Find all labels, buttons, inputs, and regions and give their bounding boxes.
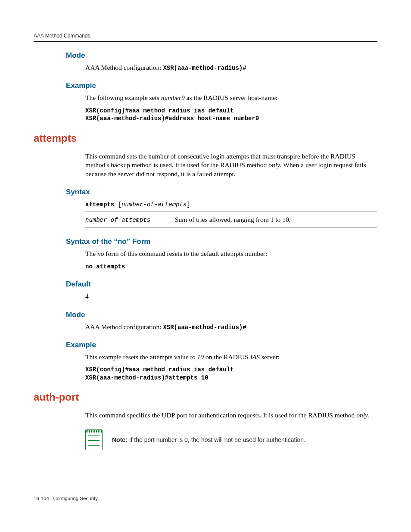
mode-prompt: XSR(aaa-method-radius)# <box>163 324 246 331</box>
attempts-desc: This command sets the number of consecut… <box>85 152 377 178</box>
page-number: 16-104 <box>34 496 49 501</box>
text-italic: IAS <box>250 353 260 361</box>
example-body-2: This example resets the attempts value t… <box>85 353 377 382</box>
mode-prompt: XSR(aaa-method-radius)# <box>163 65 246 72</box>
running-header: AAA Method Commands <box>34 33 377 41</box>
syntax-table: number-of-attempts Sum of tries allowed,… <box>85 212 377 228</box>
heading-attempts: attempts <box>34 132 377 144</box>
mode-text: AAA Method configuration: <box>85 64 163 71</box>
text: form of this command resets to the defau… <box>104 250 267 257</box>
text: server: <box>260 353 280 361</box>
code-line: XSR(aaa-method-radius)#address host-name… <box>85 115 377 122</box>
example-body: The following example sets number9 as th… <box>85 93 377 122</box>
heading-syntax: Syntax <box>66 188 377 196</box>
code-line: XSR(config)#aaa method radius ias defaul… <box>85 107 377 115</box>
heading-mode-2: Mode <box>66 311 377 319</box>
text: The following example sets <box>85 94 161 101</box>
heading-default: Default <box>66 280 377 289</box>
footer-section: Configuring Security <box>53 496 98 501</box>
mode-text: AAA Method configuration: <box>85 323 163 330</box>
param-desc: Sum of tries allowed, ranging from 1 to … <box>175 212 377 227</box>
syntax-param: number-of-attempts <box>121 201 187 208</box>
text: on the RADIUS <box>204 353 250 361</box>
heading-no-form: Syntax of the “no” Form <box>66 237 377 246</box>
text: . <box>368 411 370 419</box>
note-label: Note: <box>112 436 128 443</box>
text-italic: 10 <box>197 353 204 361</box>
heading-example: Example <box>66 81 377 90</box>
table-row: number-of-attempts Sum of tries allowed,… <box>85 212 377 227</box>
text-italic: only <box>268 161 280 168</box>
authport-desc: This command specifies the UDP port for … <box>85 411 377 420</box>
header-rule <box>34 41 377 42</box>
syntax-body: attempts [number-of-attempts] number-of-… <box>85 200 377 228</box>
code-line: XSR(aaa-method-radius)#attempts 10 <box>85 374 377 382</box>
code-line: no attempts <box>85 263 377 271</box>
heading-example-2: Example <box>66 341 377 349</box>
text: This example resets the attempts value t… <box>85 353 197 361</box>
text: as the RADIUS server host-name: <box>185 94 278 101</box>
text: The <box>85 250 97 257</box>
syntax-bracket: [ <box>118 201 121 208</box>
default-value: 4 <box>85 292 377 301</box>
param-name: number-of-attempts <box>85 217 150 224</box>
note-text: Note: If the port number is 0, the host … <box>112 436 305 443</box>
notepad-icon <box>85 429 103 450</box>
note-box: Note: If the port number is 0, the host … <box>85 429 377 450</box>
noform-body: The no form of this command resets to th… <box>85 249 377 271</box>
syntax-cmd: attempts <box>85 201 118 208</box>
mode-body: AAA Method configuration: XSR(aaa-method… <box>85 63 377 72</box>
text-italic: only <box>356 411 368 419</box>
syntax-bracket: ] <box>187 201 190 208</box>
text-italic: no <box>97 250 104 257</box>
text: This command specifies the UDP port for … <box>85 411 356 419</box>
text: If the port number is 0, the host will n… <box>128 436 305 443</box>
heading-auth-port: auth-port <box>34 391 377 403</box>
text-italic: number9 <box>161 94 185 101</box>
mode-body-2: AAA Method configuration: XSR(aaa-method… <box>85 323 377 331</box>
page-footer: 16-104 Configuring Security <box>34 496 98 501</box>
heading-mode: Mode <box>66 51 377 60</box>
code-line: XSR(config)#aaa method radius ias defaul… <box>85 366 377 373</box>
